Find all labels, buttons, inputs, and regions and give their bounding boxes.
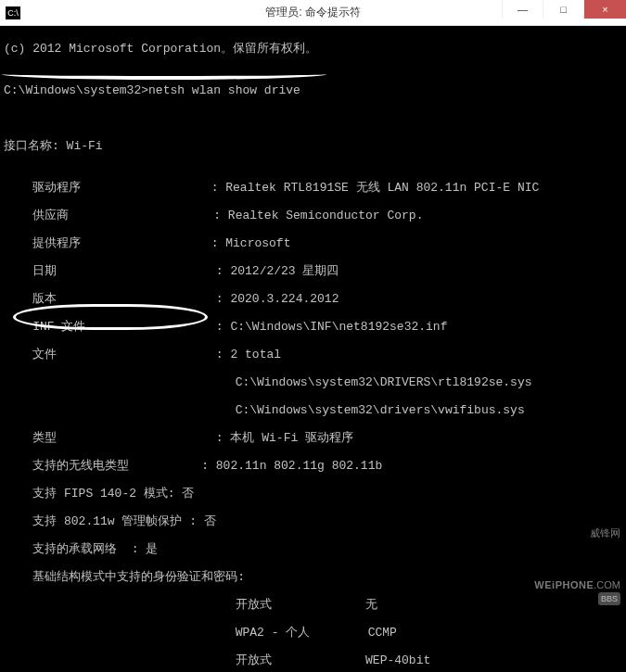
auth-cipher-line: 开放式 WEP-40bit bbox=[4, 653, 622, 667]
window-title: 管理员: 命令提示符 bbox=[265, 5, 361, 20]
window-controls: — □ × bbox=[502, 0, 626, 19]
watermark-line1: 威锋网 bbox=[517, 526, 620, 539]
close-button[interactable]: × bbox=[583, 0, 626, 19]
file-path-line: C:\Windows\system32\drivers\vwifibus.sys bbox=[4, 403, 622, 417]
annotation-underline bbox=[2, 69, 326, 80]
prompt-line: C:\Windows\system32>netsh wlan show driv… bbox=[4, 83, 622, 97]
watermark: 威锋网 WEiPHONE.COM BBS bbox=[517, 501, 620, 644]
window-titlebar: C:\ 管理员: 命令提示符 — □ × bbox=[0, 0, 626, 26]
date-line: 日期 : 2012/2/23 星期四 bbox=[4, 264, 622, 278]
watermark-badge: BBS bbox=[598, 592, 620, 605]
provider-line: 提供程序 : Microsoft bbox=[4, 236, 622, 250]
vendor-line: 供应商 : Realtek Semiconductor Corp. bbox=[4, 209, 622, 222]
type-line: 类型 : 本机 Wi-Fi 驱动程序 bbox=[4, 431, 622, 445]
minimize-button[interactable]: — bbox=[502, 0, 543, 19]
maximize-button[interactable]: □ bbox=[543, 0, 583, 19]
files-line: 文件 : 2 total bbox=[4, 348, 622, 361]
copyright-line: (c) 2012 Microsoft Corporation。保留所有权利。 bbox=[4, 42, 622, 56]
cmd-icon: C:\ bbox=[6, 6, 20, 19]
annotation-circle bbox=[13, 304, 208, 330]
interface-name-line: 接口名称: Wi-Fi bbox=[4, 139, 622, 153]
file-path-line: C:\Windows\system32\DRIVERS\rtl8192se.sy… bbox=[4, 375, 622, 389]
watermark-tld: .COM bbox=[594, 579, 620, 590]
driver-line: 驱动程序 : Realtek RTL8191SE 无线 LAN 802.11n … bbox=[4, 181, 622, 195]
radio-types-line: 支持的无线电类型 : 802.11n 802.11g 802.11b bbox=[4, 459, 622, 473]
fips-line: 支持 FIPS 140-2 模式: 否 bbox=[4, 487, 622, 501]
console-output[interactable]: (c) 2012 Microsoft Corporation。保留所有权利。 C… bbox=[0, 26, 626, 672]
watermark-brand: WEiPHONE bbox=[534, 579, 594, 590]
